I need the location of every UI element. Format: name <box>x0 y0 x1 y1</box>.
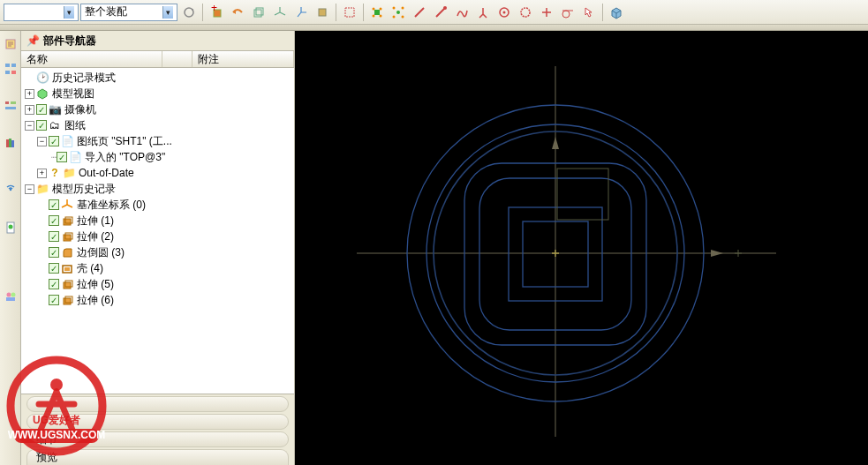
svg-text:WWW.UGSNX.COM: WWW.UGSNX.COM <box>8 429 106 441</box>
checkbox-icon[interactable]: ✓ <box>49 231 59 242</box>
tree-extrude1[interactable]: ✓拉伸 (1) <box>21 213 294 229</box>
extrude-icon <box>61 294 73 306</box>
tool-btn-axes2[interactable] <box>291 3 311 22</box>
dropdown-1[interactable] <box>4 4 79 21</box>
svg-rect-7 <box>374 10 380 15</box>
shell-icon <box>61 262 73 274</box>
folder-icon: 📁 <box>63 167 75 179</box>
svg-point-40 <box>11 293 15 297</box>
dock-btn-users[interactable] <box>2 287 19 306</box>
chevron-down-icon <box>64 6 74 19</box>
tree-blend3[interactable]: ✓边倒圆 (3) <box>21 244 294 260</box>
checkbox-icon[interactable]: ✓ <box>49 247 59 258</box>
pin-icon[interactable]: 📌 <box>26 34 40 47</box>
tool-btn-snap2[interactable] <box>389 3 408 22</box>
expander-icon[interactable]: − <box>25 184 34 194</box>
checkbox-icon[interactable]: ✓ <box>36 120 47 131</box>
svg-rect-4 <box>256 8 263 15</box>
tool-btn-cubed[interactable] <box>313 3 332 22</box>
tool-btn-curve[interactable] <box>452 3 472 22</box>
tree-shell4[interactable]: ✓壳 (4) <box>21 260 294 276</box>
col-blank[interactable] <box>162 51 192 67</box>
svg-rect-50 <box>64 298 71 304</box>
svg-rect-41 <box>6 297 15 301</box>
chevron-down-icon <box>162 6 173 19</box>
tool-btn-line2[interactable] <box>431 3 450 22</box>
navigator-title: 部件导航器 <box>43 34 96 49</box>
checkbox-icon[interactable]: ✓ <box>49 295 59 305</box>
tool-btn-tangent[interactable] <box>558 3 577 22</box>
tool-btn-line1[interactable] <box>410 3 429 22</box>
expander-icon[interactable]: + <box>25 105 34 115</box>
dock-btn-nav[interactable] <box>2 34 19 54</box>
tool-btn-addcube[interactable]: + <box>207 3 226 22</box>
tool-btn-circle1[interactable] <box>494 3 514 22</box>
checkbox-icon[interactable]: ✓ <box>49 263 59 274</box>
tree-csys[interactable]: ✓基准坐标系 (0) <box>21 197 294 213</box>
tool-btn-undo[interactable] <box>228 3 247 22</box>
tool-btn-selectrect[interactable] <box>340 3 359 22</box>
expander-icon[interactable]: + <box>25 89 34 99</box>
svg-point-16 <box>402 15 404 18</box>
tool-btn-tripod[interactable] <box>473 3 493 22</box>
splitter-bar[interactable] <box>0 25 868 31</box>
svg-point-12 <box>396 11 400 14</box>
svg-rect-33 <box>6 139 9 147</box>
svg-rect-48 <box>64 282 71 289</box>
expander-icon[interactable]: + <box>37 169 47 178</box>
tree-outofdate[interactable]: +?📁Out-of-Date <box>21 165 294 181</box>
svg-point-13 <box>393 6 396 9</box>
checkbox-icon[interactable]: ✓ <box>49 199 59 210</box>
tool-btn-pick[interactable] <box>579 3 599 22</box>
dock-btn-tree[interactable] <box>2 59 19 79</box>
viewport[interactable] <box>295 31 868 465</box>
tool-btn-wirecube[interactable] <box>249 3 268 22</box>
tree-model-view[interactable]: +模型视图 <box>21 86 294 101</box>
checkbox-icon[interactable]: ✓ <box>49 279 59 289</box>
tree-extrude6[interactable]: ✓拉伸 (6) <box>21 292 294 308</box>
svg-rect-32 <box>5 107 16 109</box>
tree-sheet1[interactable]: −✓📄图纸页 "SHT1" (工... <box>21 133 294 149</box>
tree-model-history[interactable]: −📁模型历史记录 <box>21 181 294 197</box>
expander-icon[interactable]: − <box>25 121 34 131</box>
folder-icon: 📁 <box>36 183 49 195</box>
svg-point-39 <box>6 293 11 297</box>
dock-btn-struct[interactable] <box>2 96 19 116</box>
tree-extrude5[interactable]: ✓拉伸 (5) <box>21 276 294 292</box>
svg-rect-26 <box>5 64 10 67</box>
checkbox-icon[interactable]: ✓ <box>49 215 59 226</box>
expander-icon[interactable]: − <box>37 137 47 146</box>
blend-icon <box>61 246 73 259</box>
svg-point-23 <box>562 11 570 18</box>
dock-btn-books[interactable] <box>2 133 19 153</box>
svg-point-38 <box>8 225 12 229</box>
tool-btn-snap1[interactable] <box>367 3 387 22</box>
tool-btn-plus[interactable] <box>537 3 556 22</box>
tree-extrude2[interactable]: ✓拉伸 (2) <box>21 229 294 244</box>
checkbox-icon[interactable]: ✓ <box>49 136 59 146</box>
col-note[interactable]: 附注 <box>192 51 294 67</box>
checkbox-icon[interactable]: ✓ <box>36 104 47 115</box>
svg-point-0 <box>185 8 193 17</box>
tool-btn-refresh[interactable] <box>179 3 199 22</box>
svg-text:+: + <box>211 5 217 14</box>
tool-btn-axes[interactable] <box>270 3 290 22</box>
svg-rect-44 <box>64 235 71 241</box>
navigator-tree: 🕑历史记录模式 +模型视图 +✓📷摄像机 −✓🗂图纸 −✓📄图纸页 "SHT1"… <box>21 68 294 394</box>
dropdown-assembly[interactable]: 整个装配 <box>80 4 177 21</box>
svg-rect-31 <box>11 101 16 104</box>
top-toolbar: 整个装配 + <box>0 0 868 25</box>
tool-btn-circle2[interactable] <box>516 3 535 22</box>
tree-history-mode[interactable]: 🕑历史记录模式 <box>21 70 294 86</box>
tree-camera[interactable]: +✓📷摄像机 <box>21 101 294 117</box>
tool-btn-solid[interactable] <box>607 3 626 22</box>
folder-icon: 🗂 <box>49 119 61 131</box>
checkbox-icon[interactable]: ✓ <box>57 152 67 162</box>
svg-rect-61 <box>557 169 608 220</box>
model-view-svg <box>295 31 868 465</box>
tree-imported[interactable]: ┈✓📄导入的 "TOP@3" <box>21 149 294 165</box>
tree-drawings[interactable]: −✓🗂图纸 <box>21 117 294 133</box>
col-name[interactable]: 名称 <box>21 51 162 67</box>
dock-btn-wifi[interactable] <box>2 176 19 195</box>
dock-btn-doc[interactable] <box>2 218 19 237</box>
